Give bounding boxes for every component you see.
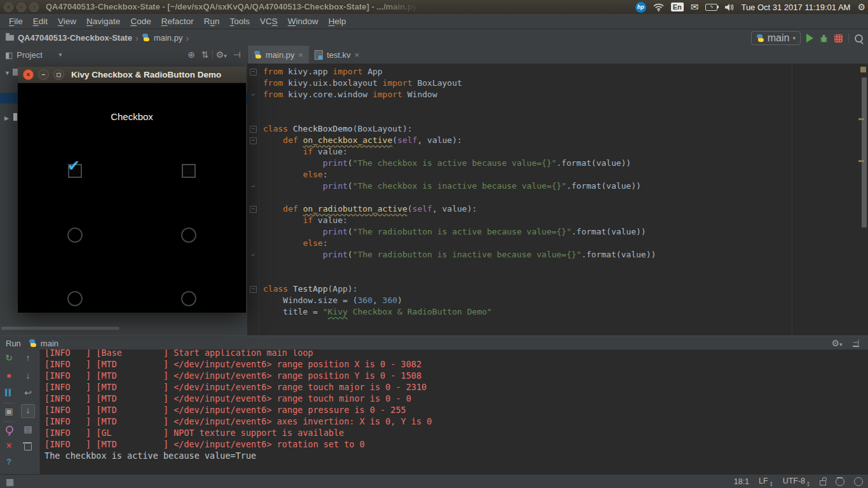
project-panel-title[interactable]: Project <box>17 50 42 60</box>
inspections-hector-icon[interactable] <box>836 477 844 486</box>
chevron-down-icon[interactable]: ▾ <box>59 51 62 58</box>
fold-marker[interactable]: − <box>250 206 257 213</box>
window-close-button[interactable]: × <box>4 3 13 12</box>
run-configuration-name: main <box>768 32 790 44</box>
down-stack-trace-button[interactable]: ↓ <box>22 370 34 381</box>
fold-marker[interactable]: − <box>250 137 257 144</box>
close-console-button[interactable]: × <box>3 440 15 451</box>
window-minimize-button[interactable]: − <box>17 3 26 12</box>
kivy-checkbox-2[interactable]: ✔ <box>182 164 196 178</box>
chevron-down-icon: ▾ <box>792 35 796 41</box>
fold-marker[interactable]: − <box>250 126 257 133</box>
inspection-indicator[interactable] <box>860 67 866 72</box>
close-tab-icon[interactable]: × <box>355 50 360 60</box>
editor-gutter[interactable]: −⌐−−⌐−⌐− <box>247 64 259 336</box>
run-tab-main[interactable]: main <box>41 339 58 348</box>
toolwindow-toggle-icon[interactable]: ▦ <box>6 477 14 487</box>
mail-icon[interactable]: ✉ <box>691 1 699 13</box>
run-configuration-select[interactable]: main ▾ <box>751 31 801 45</box>
keyboard-layout-indicator[interactable]: En <box>671 3 684 11</box>
kivy-minimize-button[interactable]: − <box>38 69 49 80</box>
fold-marker[interactable]: ⌐ <box>250 252 255 257</box>
kivy-checkbox-1[interactable]: ✔ <box>68 164 82 178</box>
restore-layout-button[interactable]: ▣ <box>3 406 15 416</box>
code-line <box>263 112 656 123</box>
kivy-radiobutton-4[interactable] <box>181 291 196 306</box>
readonly-lock-icon[interactable] <box>820 480 826 485</box>
kivy-radiobutton-3[interactable] <box>67 291 83 306</box>
project-horizontal-scrollbar[interactable] <box>1 327 119 330</box>
menu-item-navigate[interactable]: Navigate <box>81 17 125 26</box>
menu-item-edit[interactable]: Edit <box>28 17 53 26</box>
kivy-maximize-button[interactable]: ▢ <box>53 69 64 80</box>
run-with-coverage-button[interactable] <box>834 34 843 43</box>
window-maximize-button[interactable]: ▫ <box>29 3 39 12</box>
fold-marker[interactable]: − <box>250 286 257 293</box>
pin-tab-button[interactable] <box>6 426 13 433</box>
debug-button[interactable] <box>819 34 829 43</box>
hide-panel-icon[interactable]: ⊣ <box>233 50 241 60</box>
search-everywhere-icon[interactable] <box>855 34 863 43</box>
editor-scrollbar[interactable] <box>862 78 867 227</box>
clock[interactable]: Tue Oct 31 2017 11:19:01 AM <box>741 3 850 12</box>
wifi-icon[interactable] <box>653 3 664 11</box>
scroll-from-source-icon[interactable]: ⊕ <box>187 50 195 60</box>
menu-item-run[interactable]: Run <box>199 17 225 26</box>
code-area[interactable]: from kivy.app import Appfrom kivy.uix.bo… <box>263 66 656 318</box>
menu-item-vcs[interactable]: VCS <box>255 17 283 26</box>
kivy-titlebar[interactable]: × − ▢ Kivy Checkbox & RadioButton Demo <box>18 67 246 83</box>
line-separator-widget[interactable]: LF▲▼ <box>759 477 773 487</box>
collapse-all-icon[interactable]: ⇅ <box>201 50 209 60</box>
menu-item-view[interactable]: View <box>53 17 81 26</box>
kivy-app-window[interactable]: × − ▢ Kivy Checkbox & RadioButton Demo C… <box>18 67 246 313</box>
fold-marker[interactable]: − <box>250 69 257 76</box>
clear-all-button[interactable] <box>24 444 32 451</box>
session-gear-icon[interactable]: ⚙ <box>857 2 865 12</box>
chevron-down-icon: ▾ <box>224 53 227 59</box>
tree-expanded-icon[interactable]: ▼ <box>4 70 10 76</box>
menu-item-tools[interactable]: Tools <box>224 17 255 26</box>
fold-marker[interactable]: ⌐ <box>250 92 255 97</box>
tab-test.kv[interactable]: test.kv× <box>309 46 365 64</box>
breadcrumb-file[interactable]: main.py <box>154 33 183 43</box>
menu-item-refactor[interactable]: Refactor <box>156 17 199 26</box>
tree-collapsed-icon[interactable]: ▶ <box>4 115 9 121</box>
up-stack-trace-button[interactable]: ↑ <box>22 353 34 363</box>
menu-item-file[interactable]: File <box>4 17 28 26</box>
menu-item-help[interactable]: Help <box>323 17 351 26</box>
run-console[interactable]: ↻ ■ ▍▍ ▣ × ? ↑ ↓ ↩ ↓ ▤ [INFO ] [Base ] S… <box>0 349 868 474</box>
soft-wrap-button[interactable]: ↩ <box>22 388 34 398</box>
scroll-to-end-button[interactable]: ↓ <box>21 404 35 418</box>
hide-panel-icon[interactable]: ⊣ <box>853 339 859 347</box>
caret-position[interactable]: 18:1 <box>734 477 749 486</box>
battery-icon[interactable]: ϟ <box>705 4 717 11</box>
fold-marker[interactable]: ⌐ <box>250 183 255 189</box>
menu-item-code[interactable]: Code <box>125 17 156 26</box>
check-icon: ✔ <box>67 157 80 175</box>
encoding-widget[interactable]: UTF-8▲▼ <box>783 477 810 487</box>
pause-output-button[interactable]: ▍▍ <box>3 388 15 398</box>
console-line: [INFO ] [MTD ] </dev/input/event6> range… <box>44 358 432 370</box>
kivy-window-content: Checkbox ✔ ✔ <box>18 83 246 313</box>
panel-settings-gear-icon[interactable]: ⚙▾ <box>216 50 227 60</box>
tab-main.py[interactable]: main.py× <box>248 46 309 64</box>
code-editor[interactable]: −⌐−−⌐−⌐− from kivy.app import Appfrom ki… <box>247 64 868 336</box>
warning-stripe-mark[interactable] <box>858 160 864 162</box>
notifications-icon[interactable] <box>854 477 863 486</box>
window-title: QA47040513-Checkbox-State - [~/dev/sxQA/… <box>46 2 421 11</box>
help-button[interactable]: ? <box>3 457 15 467</box>
kivy-radiobutton-2[interactable] <box>181 227 196 243</box>
breadcrumb-project[interactable]: QA47040513-Checkbox-State <box>18 33 132 43</box>
run-settings-gear-icon[interactable]: ⚙▾ <box>831 338 842 348</box>
kivy-radiobutton-1[interactable] <box>67 227 83 243</box>
run-button[interactable] <box>806 34 813 43</box>
print-button[interactable]: ▤ <box>22 424 34 434</box>
rerun-button[interactable]: ↻ <box>3 353 15 363</box>
sound-icon[interactable] <box>724 3 734 11</box>
menu-item-window[interactable]: Window <box>283 17 323 26</box>
console-output[interactable]: [INFO ] [Base ] Start application main l… <box>44 349 432 461</box>
warning-stripe-mark[interactable] <box>858 118 864 120</box>
close-tab-icon[interactable]: × <box>299 50 304 60</box>
kivy-close-button[interactable]: × <box>23 69 34 80</box>
stop-button[interactable]: ■ <box>3 370 15 381</box>
